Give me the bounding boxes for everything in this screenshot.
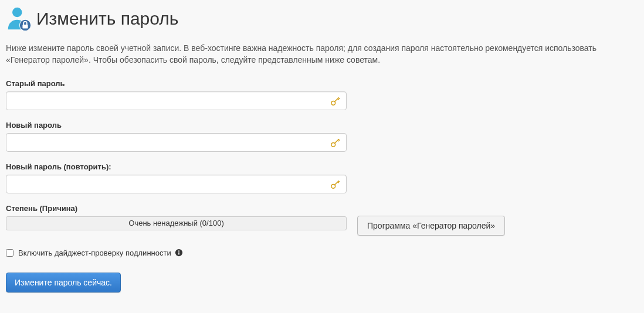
- digest-auth-checkbox[interactable]: [6, 249, 13, 257]
- svg-point-8: [178, 250, 179, 251]
- digest-auth-row: Включить дайджест-проверку подлинности: [6, 249, 638, 257]
- svg-rect-9: [178, 252, 179, 254]
- confirm-password-group: Новый пароль (повторить):: [6, 162, 638, 193]
- new-password-input-wrapper: [6, 133, 347, 152]
- user-lock-icon: [6, 6, 32, 32]
- confirm-password-label: Новый пароль (повторить):: [6, 162, 638, 171]
- digest-auth-label: Включить дайджест-проверку подлинности: [18, 249, 171, 257]
- page-header: Изменить пароль: [6, 6, 638, 32]
- new-password-group: Новый пароль: [6, 121, 638, 152]
- strength-label: Степень (Причина): [6, 204, 347, 213]
- old-password-input-wrapper: [6, 91, 347, 110]
- confirm-password-input-wrapper: [6, 175, 347, 193]
- old-password-label: Старый пароль: [6, 79, 638, 88]
- old-password-input[interactable]: [6, 91, 347, 110]
- password-strength-meter: Очень ненадежный (0/100): [6, 216, 347, 230]
- old-password-group: Старый пароль: [6, 79, 638, 110]
- confirm-password-input[interactable]: [6, 175, 347, 193]
- new-password-input[interactable]: [6, 133, 347, 152]
- svg-rect-3: [22, 25, 28, 28]
- page-description: Ниже измените пароль своей учетной запис…: [6, 42, 638, 66]
- new-password-label: Новый пароль: [6, 121, 638, 130]
- page-title: Изменить пароль: [36, 9, 178, 29]
- strength-row: Степень (Причина) Очень ненадежный (0/10…: [6, 204, 638, 236]
- strength-col: Степень (Причина) Очень ненадежный (0/10…: [6, 204, 347, 230]
- info-icon[interactable]: [175, 249, 183, 257]
- submit-button[interactable]: Измените пароль сейчас.: [6, 273, 121, 292]
- password-generator-button[interactable]: Программа «Генератор паролей»: [357, 216, 505, 236]
- svg-point-0: [12, 8, 22, 18]
